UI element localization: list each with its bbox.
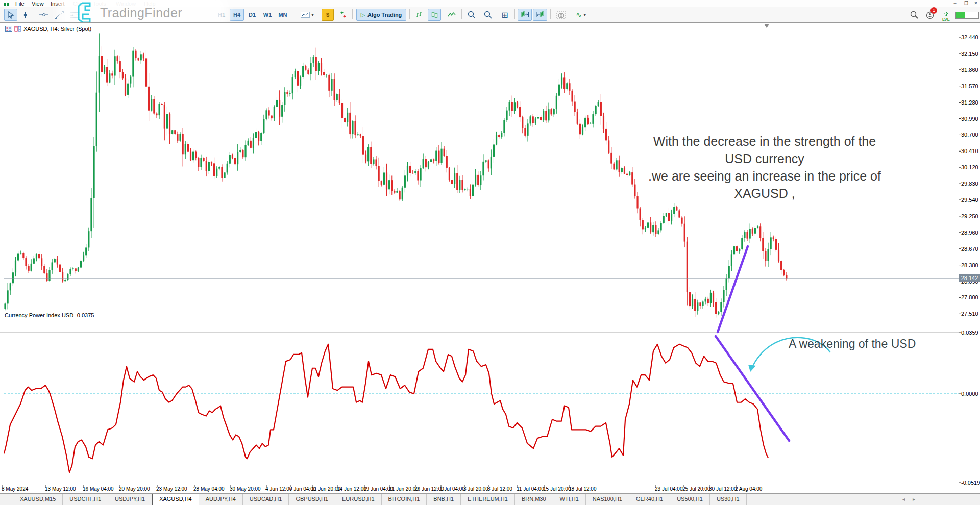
tab-usdjpy-h1[interactable]: USDJPY,H1: [108, 494, 152, 505]
tab-usdchf-h1[interactable]: USDCHF,H1: [63, 494, 108, 505]
tab-us500-h1[interactable]: US500,H1: [670, 494, 710, 505]
price-axis-label: 30.120: [961, 164, 980, 170]
tradingfinder-watermark: TradingFinder: [65, 0, 221, 26]
tab-gbpusd-h1[interactable]: GBPUSD,H1: [289, 494, 335, 505]
tick-arrows-button[interactable]: [337, 9, 350, 21]
date-axis-label: 14 Jun 12:00: [337, 486, 366, 492]
trendline-indicator[interactable]: [716, 336, 789, 441]
play-icon: ▷: [361, 12, 365, 18]
current-price-badge: 28.142: [959, 274, 980, 282]
symbol-tab-bar: XAUUSD,M15USDCHF,H1USDJPY,H1XAGUSD,H4AUD…: [0, 494, 980, 505]
price-axis-label: 32.150: [961, 50, 980, 57]
notification-badge: 1: [930, 7, 937, 14]
tab-nas100-h1[interactable]: NAS100,H1: [586, 494, 629, 505]
close-button[interactable]: ✕: [971, 0, 980, 7]
chart-type-button[interactable]: ▾: [297, 9, 317, 21]
menu-item-view[interactable]: View: [30, 1, 46, 7]
level-label: LVL: [942, 17, 950, 22]
price-axis-label: 27.800: [961, 294, 980, 300]
zoom-in-button[interactable]: [464, 9, 479, 21]
date-axis-label: 1 Jul 04:00: [440, 486, 465, 492]
line-chart-mode-button[interactable]: [445, 9, 458, 21]
date-axis-label: 2 Aug 04:00: [735, 486, 762, 492]
trendline-main-chart[interactable]: [718, 246, 748, 332]
candlestick-mode-button[interactable]: [428, 9, 441, 21]
menu-item-insert[interactable]: Insert: [48, 1, 67, 7]
price-axis-label: 31.860: [961, 67, 980, 73]
timeframe-w1[interactable]: W1: [260, 9, 275, 21]
indicator-label: Currency Power Index USD -0.0375: [5, 312, 94, 318]
cursor-tool-button[interactable]: [4, 9, 17, 21]
tab-eurusd-h1[interactable]: EURUSD,H1: [335, 494, 382, 505]
tab-ethereum-h1[interactable]: ETHEREUM,H1: [461, 494, 515, 505]
screenshot-button[interactable]: [553, 9, 569, 21]
level-indicator: LVL: [942, 9, 950, 22]
vertical-line-tool-button[interactable]: [37, 9, 51, 21]
tabs-scroll-left[interactable]: ◂: [902, 496, 905, 502]
timeframe-mn[interactable]: MN: [276, 9, 290, 21]
date-axis-label: 25 Jul 20:00: [682, 486, 710, 492]
chart-canvas[interactable]: [0, 22, 980, 505]
tab-xagusd-h4[interactable]: XAGUSD,H4: [152, 494, 199, 505]
tile-windows-button[interactable]: ⊞: [498, 9, 511, 21]
indicator-axis-label: 0.0359: [961, 330, 980, 336]
date-axis-label: 3 Jul 20:00: [463, 486, 488, 492]
indicator-axis-label: -0.0519: [961, 479, 980, 486]
price-axis-label: 28.670: [961, 246, 980, 252]
algo-trading-button[interactable]: ▷ Algo Trading: [356, 9, 406, 21]
date-axis-label: 23 May 12:00: [156, 486, 187, 492]
price-axis-label: 30.990: [961, 116, 980, 122]
date-axis-label: 20 May 20:00: [119, 486, 150, 492]
price-axis-label: 28.960: [961, 230, 980, 236]
tabs-scroll-right[interactable]: ▸: [913, 496, 915, 502]
tab-bnb-h1[interactable]: BNB,H1: [427, 494, 461, 505]
date-axis-label: 8 Jul 12:00: [487, 486, 512, 492]
search-button[interactable]: [908, 9, 921, 21]
shift-end-button[interactable]: [518, 9, 532, 21]
tab-brn-m30[interactable]: BRN,M30: [515, 494, 553, 505]
tab-bitcoin-h1[interactable]: BITCOIN,H1: [382, 494, 427, 505]
tradingfinder-brand-text: TradingFinder: [100, 6, 182, 20]
price-axis-label: 28.380: [961, 262, 980, 268]
date-axis-label: 11 Jul 04:00: [517, 486, 544, 492]
indicators-button[interactable]: ∿ ▾: [571, 9, 591, 21]
date-axis-label: 28 May 04:00: [193, 486, 225, 492]
tab-ger40-h1[interactable]: GER40,H1: [629, 494, 670, 505]
price-axis-label: 32.440: [961, 34, 980, 40]
date-axis-label: 30 Jul 12:00: [709, 486, 737, 492]
deposit-button[interactable]: $: [322, 9, 334, 21]
annotation-line-2: .we are seeing an increase in the price …: [638, 167, 891, 202]
menu-item-file[interactable]: File: [13, 1, 27, 7]
price-axis-label: 30.410: [961, 148, 980, 154]
currency-power-index-line: [4, 344, 768, 472]
indicator-axis-label: 0.0000: [961, 391, 980, 397]
tab-xauusd-m15[interactable]: XAUUSD,M15: [13, 494, 63, 505]
tab-audjpy-h4[interactable]: AUDJPY,H4: [199, 494, 243, 505]
minimize-button[interactable]: –: [950, 0, 960, 7]
notifications-button[interactable]: 1: [923, 9, 937, 21]
indicator-wave-icon: ∿: [576, 11, 582, 19]
price-axis-label: 29.830: [961, 181, 980, 187]
shift-chart-button[interactable]: [533, 9, 547, 21]
curved-arrow-head: [748, 365, 756, 372]
tradingfinder-logo-icon: [75, 2, 95, 23]
date-axis-label: 15 Jul 20:00: [543, 486, 571, 492]
price-axis-label: 31.280: [961, 99, 980, 106]
chevron-down-icon: ▾: [584, 13, 586, 17]
date-axis-label: 11 Jun 20:00: [311, 486, 340, 492]
price-axis-label: 30.700: [961, 132, 980, 138]
timeframe-h4[interactable]: H4: [230, 9, 244, 21]
indicator-annotation-text: A weakening of the USD: [789, 337, 916, 351]
progress-bar: [955, 12, 979, 19]
restore-button[interactable]: ❐: [962, 0, 971, 7]
price-axis-label: 27.510: [961, 311, 980, 317]
date-axis-label: 8 May 2024: [2, 486, 28, 492]
tab-wti-h1[interactable]: WTI,H1: [553, 494, 586, 505]
crosshair-tool-button[interactable]: [18, 9, 32, 21]
trendline-tool-button[interactable]: [52, 9, 66, 21]
timeframe-d1[interactable]: D1: [245, 9, 259, 21]
bar-chart-mode-button[interactable]: [412, 9, 426, 21]
zoom-out-button[interactable]: [481, 9, 495, 21]
tab-us30-h1[interactable]: US30,H1: [710, 494, 747, 505]
tab-usdcad-h1[interactable]: USDCAD,H1: [243, 494, 289, 505]
